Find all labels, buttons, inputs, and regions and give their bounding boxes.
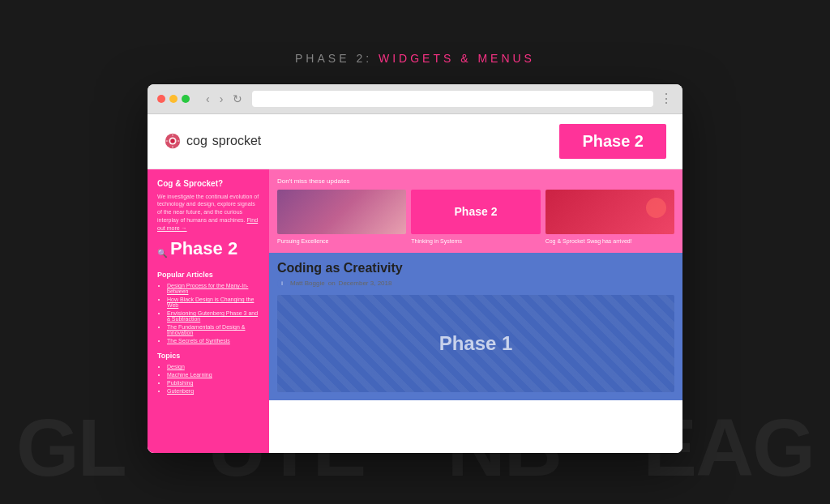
search-icon: 🔍 [157,249,167,258]
list-item: The Fundamentals of Design & Innovation [167,324,259,335]
article-image: Phase 1 [277,295,674,392]
traffic-lights [157,95,190,103]
browser-chrome: ‹ › ↻ ⋮ [148,84,682,114]
browser-nav: ‹ › ↻ [203,91,246,107]
featured-caption-3: Cog & Sprocket Swag has arrived! [545,237,674,245]
featured-image-swag [545,190,674,234]
site-main: Cog & Sprocket? We investigate the conti… [148,169,682,453]
featured-label: Don't miss these updates [277,177,674,185]
list-item: Design [167,364,259,369]
featured-caption-2: Thinking in Systems [411,237,540,245]
traffic-light-red[interactable] [157,95,165,103]
topics-heading: Topics [157,352,259,360]
featured-image-pursuing [277,190,406,234]
featured-item-3: Cog & Sprocket Swag has arrived! [545,190,674,245]
back-button[interactable]: ‹ [203,91,213,107]
article-title: Coding as Creativity [277,261,674,275]
cog-sprocket-icon [164,132,182,150]
svg-point-2 [170,139,175,143]
author-icon: i [277,279,287,288]
featured-section: Don't miss these updates Pursuing Excell… [269,169,682,253]
page-heading: PHASE 2: WIDGETS & MENUS [295,52,535,65]
list-item: Envisioning Gutenberg Phase 3 and a Subt… [167,310,259,322]
traffic-light-green[interactable] [182,95,190,103]
address-bar[interactable] [252,91,653,107]
article-author: Matt Boggie [290,280,325,287]
featured-caption-1: Pursuing Excellence [277,237,406,245]
sidebar-search: 🔍 Phase 2 [157,238,259,267]
traffic-light-yellow[interactable] [169,95,178,103]
site-header: cog sprocket Phase 2 [148,114,682,169]
sidebar-phase2-text: Phase 2 [170,238,237,259]
list-item: Machine Learning [167,372,259,378]
article-date-separator: on [328,280,336,287]
sidebar: Cog & Sprocket? We investigate the conti… [148,169,269,453]
logo-text-2: sprocket [212,134,261,148]
sidebar-heading: Cog & Sprocket? [157,179,259,188]
phase-label: PHASE 2: [295,52,372,65]
featured-image-phase2: Phase 2 [411,190,540,234]
site-logo: cog sprocket [164,132,261,150]
list-item: Gutenberg [167,388,259,394]
list-item: Publishing [167,380,259,386]
popular-articles-heading: Popular Articles [157,271,259,279]
list-item: Design Process for the Many-In-between [167,283,259,294]
popular-articles-list: Design Process for the Many-In-between H… [157,283,259,344]
widgets-label: WIDGETS & MENUS [379,52,535,65]
website-content: cog sprocket Phase 2 Cog & Sprocket? We … [148,114,682,453]
list-item: The Secrets of Synthesis [167,338,259,344]
article-section: Coding as Creativity i Matt Boggie on De… [269,253,682,400]
article-date: December 3, 2018 [339,280,392,287]
sidebar-description: We investigate the continual evolution o… [157,193,259,233]
content-area: Don't miss these updates Pursuing Excell… [269,169,682,453]
article-meta: i Matt Boggie on December 3, 2018 [277,279,674,288]
featured-item-1: Pursuing Excellence [277,190,406,245]
featured-grid: Pursuing Excellence Phase 2 Thinking in … [277,190,674,245]
browser-menu-icon[interactable]: ⋮ [660,91,673,106]
browser-window: ‹ › ↻ ⋮ cog sprocket P [148,84,682,453]
topics-list: Design Machine Learning Publishing Guten… [157,364,259,394]
article-image-text: Phase 1 [439,332,513,355]
list-item: How Black Design is Changing the Web [167,297,259,308]
forward-button[interactable]: › [216,91,227,107]
reload-button[interactable]: ↻ [229,91,246,107]
featured-item-2: Phase 2 Thinking in Systems [411,190,540,245]
logo-text-1: cog [186,134,208,148]
phase2-hero-button[interactable]: Phase 2 [559,124,666,159]
